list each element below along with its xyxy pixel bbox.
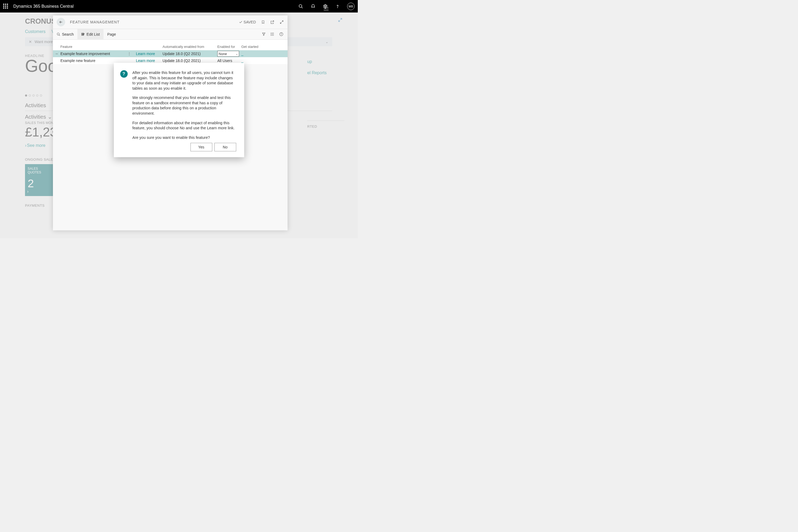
no-button[interactable]: No — [214, 143, 236, 151]
yes-button[interactable]: Yes — [190, 143, 212, 151]
question-icon: ? — [120, 70, 128, 78]
confirm-dialog: ? After you enable this feature for all … — [114, 63, 244, 157]
dialog-message: After you enable this feature for all us… — [132, 70, 236, 140]
dialog-backdrop: ? After you enable this feature for all … — [0, 0, 358, 238]
